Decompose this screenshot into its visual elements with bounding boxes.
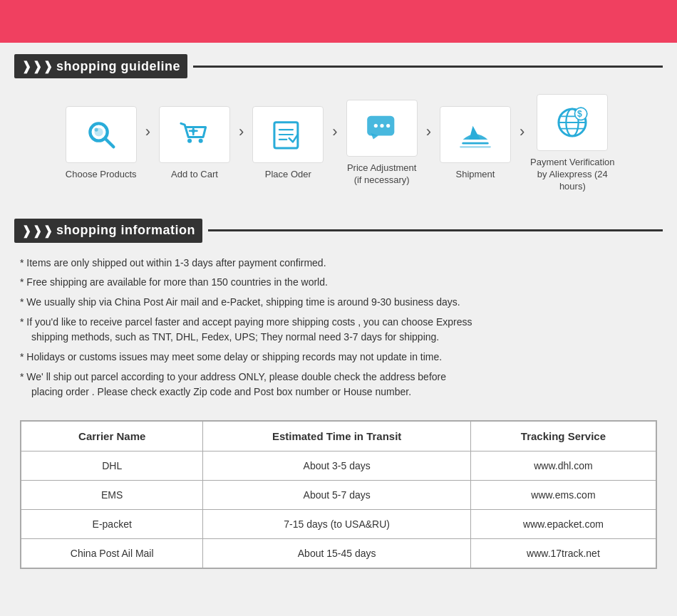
svg-text:$: $ [577,109,582,119]
step-payment-icon-box: $ [537,94,608,151]
tracking-ems: www.ems.com [470,481,656,510]
arrow-4: › [426,122,431,141]
step-payment: $ Payment Verification by Aliexpress (24… [526,94,619,193]
step-choose: Choose Products [58,106,144,181]
time-chinapost: About 15-45 days [203,539,470,568]
chat-icon [363,110,400,147]
carrier-epacket: E-packet [21,510,203,539]
svg-point-3 [94,127,98,131]
arrow-5: › [520,122,524,141]
table-header-row: Carrier Name Estimated Time in Transit T… [21,422,656,451]
ship-icon [457,116,494,153]
step-price: Price Adjustment (if necessary) [339,100,425,187]
info-line-6: * We' ll ship out parcel according to yo… [20,370,657,400]
info-section-header: ❱❱❱ shopping information [14,219,663,243]
info-line-3: * We usually ship via China Post Air mai… [20,295,657,310]
info-section: * Items are only shipped out within 1-3 … [0,251,677,412]
step-choose-icon-box [66,106,137,163]
step-cart: Add to Cart [152,106,237,181]
guideline-header-line [193,66,663,68]
carrier-chinapost: China Post Ail Mail [21,539,203,568]
step-cart-label: Add to Cart [171,169,218,181]
step-payment-label: Payment Verification by Aliexpress (24 h… [526,157,619,193]
info-line-1: * Items are only shipped out within 1-3 … [20,256,657,271]
step-cart-icon-box [159,106,230,163]
step-shipment-label: Shipment [456,169,495,181]
search-icon [83,116,120,153]
tracking-dhl: www.dhl.com [470,451,656,481]
carrier-ems: EMS [21,481,203,510]
info-header-line [208,229,663,231]
step-order-label: Place Oder [265,169,311,181]
svg-point-12 [380,124,383,127]
cart-icon [176,116,213,153]
col-carrier: Carrier Name [21,422,203,451]
shipping-table-wrapper: Carrier Name Estimated Time in Transit T… [20,420,657,569]
header-decoration: ❱❱❱ [21,58,53,74]
svg-point-8 [199,139,203,143]
step-order: Place Oder [245,106,331,181]
step-shipment: Shipment [433,106,518,181]
time-ems: About 5-7 days [203,481,470,510]
step-price-icon-box [346,100,418,157]
globe-icon: $ [554,104,591,141]
order-icon [269,116,306,153]
table-row: DHL About 3-5 days www.dhl.com [21,451,656,481]
step-shipment-icon-box [440,106,511,163]
arrow-2: › [239,122,244,141]
header-banner [0,0,677,43]
shipping-table: Carrier Name Estimated Time in Transit T… [21,421,656,568]
time-epacket: 7-15 days (to USA&RU) [203,510,470,539]
step-order-icon-box [252,106,324,163]
info-line-4: * If you'd like to receive parcel faster… [20,315,657,345]
arrow-3: › [332,122,337,141]
info-title: shopping information [56,223,195,238]
info-line-5: * Holidays or customs issues may meet so… [20,350,657,365]
table-row: E-packet 7-15 days (to USA&RU) www.epack… [21,510,656,539]
info-line-2: * Free shipping are available for more t… [20,275,657,291]
step-choose-label: Choose Products [66,169,137,181]
guideline-section-header: ❱❱❱ shopping guideline [14,54,663,78]
table-row: EMS About 5-7 days www.ems.com [21,481,656,510]
tracking-epacket: www.epacket.com [470,510,656,539]
svg-point-11 [373,124,377,127]
col-time: Estimated Time in Transit [203,422,470,451]
svg-line-1 [105,138,113,147]
arrow-1: › [145,122,150,141]
table-row: China Post Ail Mail About 15-45 days www… [21,539,656,568]
svg-point-13 [386,124,390,127]
guideline-title: shopping guideline [56,59,180,74]
col-tracking: Tracking Service [470,422,656,451]
tracking-chinapost: www.17track.net [470,539,656,568]
time-dhl: About 3-5 days [203,451,470,481]
step-price-label: Price Adjustment (if necessary) [347,162,417,187]
svg-point-7 [187,139,192,143]
carrier-dhl: DHL [21,451,203,481]
steps-container: Choose Products › Add to Cart › [0,87,677,207]
info-header-decoration: ❱❱❱ [21,223,53,239]
